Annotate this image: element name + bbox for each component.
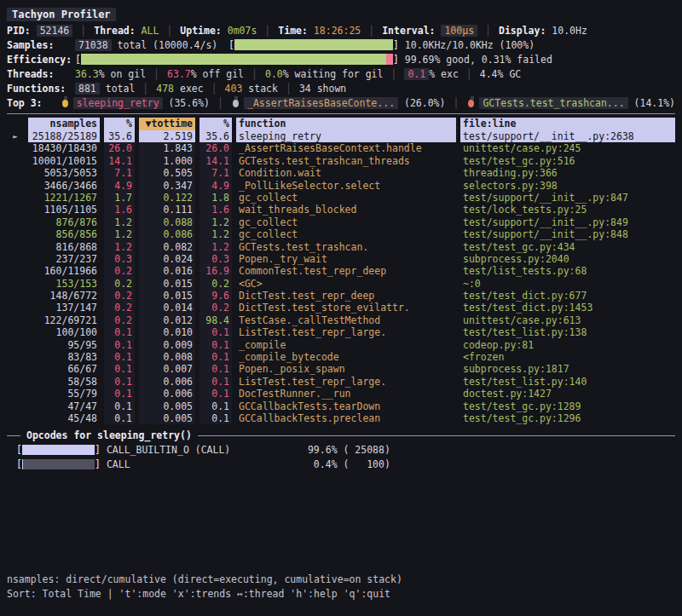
cell-function: DictTest.test_store_evilattr.<local... <box>236 302 456 314</box>
cell-tottime: 0.015 <box>139 290 195 302</box>
top2-pct: (26.0%) <box>398 97 445 109</box>
cell-function: gc_collect <box>236 192 456 204</box>
functions-label: Functions: <box>7 83 75 95</box>
cell-nsamples: 1221/1267 <box>28 192 100 204</box>
table-row[interactable]: 95/95 0.1 0.009 0.1 _compile codeop.py:8… <box>7 339 675 351</box>
footer: nsamples: direct/cumulative (direct=exec… <box>7 572 402 601</box>
table-row[interactable]: 1221/1267 1.7 0.122 1.8 gc_collect test/… <box>7 192 675 204</box>
cell-pct2: 0.2 <box>199 302 232 314</box>
table-row[interactable]: 47/47 0.1 0.005 0.1 GCCallbackTests.tear… <box>7 400 675 412</box>
display-value: 10.0Hz <box>552 25 587 37</box>
display-label: Display: <box>499 25 546 37</box>
table-row[interactable]: 1105/1105 1.6 0.111 1.6 wait_threads_blo… <box>7 204 675 216</box>
table-row[interactable]: 856/856 1.2 0.086 1.2 gc_collect test/su… <box>7 228 675 240</box>
cell-tottime: 0.005 <box>139 400 195 412</box>
on-gil-value: 36.3 <box>75 68 99 80</box>
bar-open-bracket: [ <box>16 444 22 456</box>
bar-close-bracket: ] <box>393 54 399 66</box>
cell-function: sleeping_retry <box>236 130 456 142</box>
gc-label: % GC <box>498 68 522 80</box>
table-row[interactable]: 5053/5053 7.1 0.505 7.1 Condition.wait t… <box>7 167 675 179</box>
cell-tottime: 0.024 <box>139 253 195 265</box>
pid-label: PID: <box>7 25 31 37</box>
table-row[interactable]: 66/67 0.1 0.007 0.1 Popen._posix_spawn s… <box>7 363 675 375</box>
column-header-tottime[interactable]: ▼tottime <box>139 118 195 130</box>
cell-nsamples: 45/48 <box>28 412 100 424</box>
cell-nsamples: 83/83 <box>28 351 100 363</box>
table-row[interactable]: 148/6772 0.2 0.015 9.6 DictTest.test_rep… <box>7 290 675 302</box>
table-row[interactable]: 153/153 0.2 0.015 0.2 <GC> ~:0 <box>7 278 675 290</box>
exc-value: 0.1 <box>404 68 429 80</box>
column-header-nsamples[interactable]: nsamples <box>28 118 100 130</box>
cell-pct1: 0.1 <box>104 376 135 388</box>
table-row[interactable]: 3466/3466 4.9 0.347 4.9 _PollLikeSelecto… <box>7 180 675 192</box>
cell-function: TestCase._callTestMethod <box>236 314 456 326</box>
cell-pct1: 1.7 <box>104 192 135 204</box>
cell-pct1: 1.2 <box>104 241 135 253</box>
cell-tottime: 0.010 <box>139 326 195 338</box>
thread-value[interactable]: ALL <box>142 25 159 37</box>
cell-tottime: 0.122 <box>139 192 195 204</box>
top1-function[interactable]: sleeping_retry <box>73 97 163 109</box>
cell-function: GCTests.test_trashcan_threads <box>236 155 456 167</box>
top1-pct: (35.6%) <box>163 97 210 109</box>
table-row[interactable]: 58/58 0.1 0.006 0.1 ListTest.test_repr_l… <box>7 376 675 388</box>
cell-function: wait_threads_blocked <box>236 204 456 216</box>
table-row[interactable]: 83/83 0.1 0.008 0.1 _compile_bytecode <f… <box>7 351 675 363</box>
top2-function[interactable]: _AssertRaisesBaseConte... <box>244 97 398 109</box>
cell-nsamples: 137/147 <box>28 302 100 314</box>
top3-label: Top 3: <box>7 97 61 109</box>
table-row[interactable]: 45/48 0.1 0.005 0.1 GCCallbackTests.prec… <box>7 412 675 424</box>
divider: │ <box>477 25 499 37</box>
cell-function: ListTest.test_repr_large.<locals>.c... <box>236 326 456 338</box>
table-row[interactable]: 816/868 1.2 0.082 1.2 GCTests.test_trash… <box>7 241 675 253</box>
cell-file: test/support/__init__.py:849 <box>460 216 675 228</box>
table-row[interactable]: 122/69721 0.2 0.012 98.4 TestCase._callT… <box>7 314 675 326</box>
cell-pct1: 0.1 <box>104 339 135 351</box>
cell-function: DictTest.test_repr_deep <box>236 290 456 302</box>
column-header-pct2[interactable]: % <box>199 118 232 130</box>
column-header-pct1[interactable]: % <box>104 118 135 130</box>
functions-row: Functions: 881 total │ 478 exec │ 403 st… <box>7 81 675 95</box>
column-header-function[interactable]: function <box>236 118 456 130</box>
cell-tottime: 0.006 <box>139 376 195 388</box>
top3-function[interactable]: GCTests.test_trashcan... <box>479 97 627 109</box>
rule-segment <box>7 435 20 436</box>
cell-pct2: 1.2 <box>199 216 232 228</box>
status-bar: PID: 52146 │ Thread: ALL │ Uptime: 0m07s… <box>7 23 675 37</box>
divider: │ <box>210 97 231 109</box>
opcode-name: CALL_BUILTIN_O (CALL) <box>101 444 278 456</box>
divider: │ <box>204 83 225 95</box>
table-row[interactable]: ► 25188/25189 35.6 2.519 35.6 sleeping_r… <box>7 130 675 142</box>
cell-file: codeop.py:81 <box>460 339 675 351</box>
cell-nsamples: 816/868 <box>28 241 100 253</box>
table-row[interactable]: 876/876 1.2 0.088 1.2 gc_collect test/su… <box>7 216 675 228</box>
table-row[interactable]: 18430/18430 26.0 1.843 26.0 _AssertRaise… <box>7 142 675 154</box>
cell-pct2: 0.1 <box>199 363 232 375</box>
functions-stack-label: stack <box>242 83 278 95</box>
cell-pct1: 0.2 <box>104 302 135 314</box>
table-row[interactable]: 137/147 0.2 0.014 0.2 DictTest.test_stor… <box>7 302 675 314</box>
cell-file: test/list_tests.py:68 <box>460 265 675 277</box>
cell-pct2: 9.6 <box>199 290 232 302</box>
time-label: Time: <box>278 25 308 37</box>
pid-value: 52146 <box>37 25 73 37</box>
column-header-file[interactable]: file:line <box>460 118 675 130</box>
cell-function: Popen._try_wait <box>236 253 456 265</box>
cell-file: test/test_list.py:138 <box>460 326 675 338</box>
samples-rate: 10.0KHz/10.0KHz (100%) <box>399 39 535 51</box>
samples-row: Samples: 71038 total (10000.4/s) [] 10.0… <box>7 37 675 52</box>
app-title: Tachyon Profiler <box>7 8 116 21</box>
cell-file: unittest/case.py:613 <box>460 314 675 326</box>
table-row[interactable]: 100/100 0.1 0.010 0.1 ListTest.test_repr… <box>7 326 675 338</box>
table-row[interactable]: 55/79 0.1 0.006 0.1 DocTestRunner.__run … <box>7 388 675 400</box>
on-gil-label: % on gil <box>99 68 146 80</box>
cell-tottime: 0.012 <box>139 314 195 326</box>
table-row[interactable]: 10001/10015 14.1 1.000 14.1 GCTests.test… <box>7 155 675 167</box>
gold-medal-icon <box>62 100 68 107</box>
table-row[interactable]: 237/237 0.3 0.024 0.3 Popen._try_wait su… <box>7 253 675 265</box>
cell-tottime: 0.088 <box>139 216 195 228</box>
cell-pct1: 0.1 <box>104 388 135 400</box>
cell-function: GCCallbackTests.preclean <box>236 412 456 424</box>
table-row[interactable]: 160/11966 0.2 0.016 16.9 CommonTest.test… <box>7 265 675 277</box>
